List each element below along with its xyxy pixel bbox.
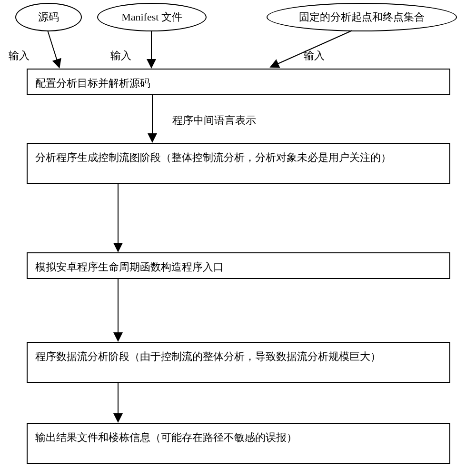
ellipse-source-text: 源码 — [38, 10, 59, 24]
ellipse-source: 源码 — [15, 3, 82, 31]
step4-box: 程序数据流分析阶段（由于控制流的整体分析，导致数据流分析规模巨大） — [27, 342, 450, 383]
step5-box: 输出结果文件和楼栋信息（可能存在路径不敏感的误报） — [27, 423, 450, 464]
label-intermediate: 程序中间语言表示 — [172, 113, 256, 128]
step5-text: 输出结果文件和楼栋信息（可能存在路径不敏感的误报） — [35, 431, 297, 443]
ellipse-fixed-set: 固定的分析起点和终点集合 — [267, 3, 457, 31]
step1-box: 配置分析目标并解析源码 — [27, 69, 450, 95]
step3-box: 模拟安卓程序生命周期函数构造程序入口 — [27, 252, 450, 279]
step3-text: 模拟安卓程序生命周期函数构造程序入口 — [35, 261, 224, 273]
svg-line-0 — [48, 30, 59, 67]
label-input-center: 输入 — [110, 49, 131, 63]
step2-text: 分析程序生成控制流图阶段（整体控制流分析，分析对象未必是用户关注的） — [35, 151, 391, 163]
label-input-left: 输入 — [9, 49, 30, 63]
step4-text: 程序数据流分析阶段（由于控制流的整体分析，导致数据流分析规模巨大） — [35, 350, 381, 362]
ellipse-manifest-text: Manifest 文件 — [121, 10, 182, 24]
ellipse-manifest: Manifest 文件 — [97, 3, 207, 31]
step1-text: 配置分析目标并解析源码 — [35, 77, 150, 89]
step2-box: 分析程序生成控制流图阶段（整体控制流分析，分析对象未必是用户关注的） — [27, 143, 450, 184]
label-input-right: 输入 — [304, 49, 325, 63]
ellipse-fixed-set-text: 固定的分析起点和终点集合 — [299, 10, 425, 24]
